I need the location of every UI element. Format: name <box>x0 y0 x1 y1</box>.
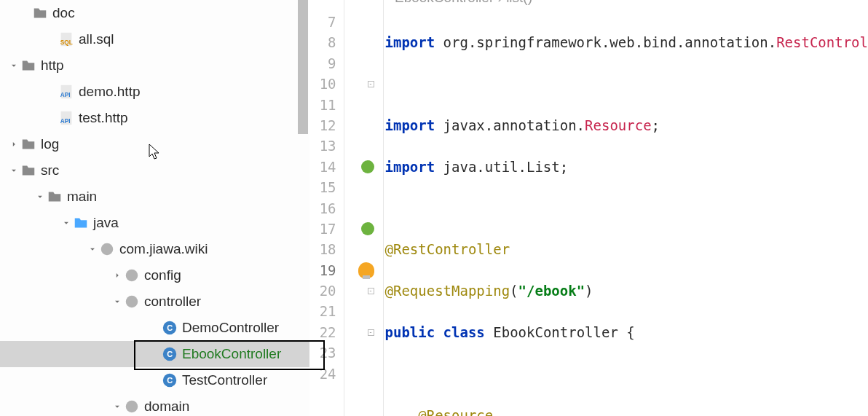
spring-bean-icon[interactable] <box>361 222 374 235</box>
line-number-gutter[interactable]: 7 8 9 10 11 12 13 14 15 16 17 18 19 20 2… <box>309 0 344 416</box>
line-number[interactable]: 9 <box>309 53 344 74</box>
project-tree[interactable]: doc SQL all.sql http API demo.http API t… <box>0 0 309 416</box>
line-number[interactable]: 24 <box>309 364 344 384</box>
svg-point-6 <box>101 243 114 256</box>
fold-icon[interactable]: - <box>368 329 374 336</box>
code-editor[interactable]: EbookController › list() 7 8 9 10 11 12 … <box>309 0 868 416</box>
line-number[interactable]: 23 <box>309 342 344 363</box>
package-icon <box>124 294 140 310</box>
tree-label: test.http <box>79 110 128 126</box>
tree-folder-java[interactable]: java <box>0 210 309 236</box>
package-icon <box>124 267 140 283</box>
line-number[interactable]: 10 <box>309 74 344 94</box>
tree-package-config[interactable]: config <box>0 262 309 289</box>
tree-folder-http[interactable]: http <box>0 52 309 79</box>
gutter-icons: - - - <box>344 0 384 416</box>
svg-text:C: C <box>167 376 173 385</box>
tree-label: controller <box>144 294 201 310</box>
fold-icon[interactable]: - <box>368 288 374 294</box>
line-number[interactable]: 16 <box>309 198 344 219</box>
java-class-icon: C <box>162 372 178 388</box>
chevron-down-icon[interactable] <box>7 59 20 72</box>
api-file-icon: API <box>58 110 74 126</box>
folder-icon <box>32 5 48 21</box>
intention-bulb-icon[interactable] <box>358 262 374 278</box>
svg-text:API: API <box>60 92 71 98</box>
svg-text:C: C <box>167 323 173 332</box>
line-number[interactable]: 19 <box>309 260 344 280</box>
tree-class-demo-controller[interactable]: C DemoController <box>0 315 309 341</box>
code-content[interactable]: import org.springframework.web.bind.anno… <box>384 0 868 416</box>
tree-package-controller[interactable]: controller <box>0 289 309 315</box>
tree-label: java <box>93 215 119 231</box>
tree-file-test-http[interactable]: API test.http <box>0 105 309 131</box>
java-class-icon: C <box>162 320 178 336</box>
tree-class-test-controller[interactable]: C TestController <box>0 367 309 393</box>
svg-point-8 <box>126 296 138 308</box>
chevron-down-icon[interactable] <box>86 243 99 256</box>
tree-folder-main[interactable]: main <box>0 184 309 210</box>
folder-icon <box>20 136 36 152</box>
tree-package-domain[interactable]: domain <box>0 393 309 416</box>
tree-folder-doc[interactable]: doc <box>0 0 309 26</box>
tree-label: com.jiawa.wiki <box>119 241 208 257</box>
chevron-down-icon[interactable] <box>60 216 73 229</box>
tree-label: config <box>144 267 181 283</box>
line-number[interactable]: 20 <box>309 280 344 301</box>
chevron-right-icon[interactable] <box>111 269 124 282</box>
chevron-right-icon[interactable] <box>7 138 20 151</box>
line-number[interactable]: 15 <box>309 177 344 197</box>
line-number[interactable]: 11 <box>309 95 344 115</box>
sql-file-icon: SQL <box>58 31 74 47</box>
folder-icon <box>20 58 36 74</box>
tree-package[interactable]: com.jiawa.wiki <box>0 236 309 262</box>
tree-label: TestController <box>182 372 267 388</box>
tree-label: domain <box>144 399 189 415</box>
spring-bean-icon[interactable] <box>361 160 374 173</box>
tree-file-demo-http[interactable]: API demo.http <box>0 79 309 105</box>
tree-label: doc <box>52 5 75 21</box>
tree-label: DemoController <box>182 320 279 336</box>
api-file-icon: API <box>58 84 74 100</box>
tree-label: http <box>41 58 64 74</box>
tree-label: log <box>41 136 59 152</box>
source-folder-icon <box>73 215 89 231</box>
line-number[interactable]: 17 <box>309 219 344 239</box>
chevron-down-icon[interactable] <box>111 400 124 413</box>
line-number[interactable]: 21 <box>309 301 344 321</box>
line-number[interactable]: 18 <box>309 239 344 259</box>
svg-text:C: C <box>167 350 173 358</box>
chevron-down-icon[interactable] <box>33 190 47 203</box>
tree-folder-log[interactable]: log <box>0 131 309 157</box>
package-icon <box>99 241 115 257</box>
svg-text:API: API <box>60 118 71 125</box>
tree-folder-src[interactable]: src <box>0 157 309 184</box>
svg-point-7 <box>126 270 138 282</box>
fold-icon[interactable]: - <box>368 81 374 87</box>
java-class-icon: C <box>162 346 178 362</box>
line-number[interactable]: 14 <box>309 157 344 177</box>
svg-point-15 <box>126 401 138 413</box>
line-number[interactable]: 8 <box>309 32 344 52</box>
package-icon <box>124 399 140 415</box>
folder-icon <box>47 189 63 205</box>
tree-label: EbookController <box>182 346 281 362</box>
line-number[interactable]: 13 <box>309 136 344 156</box>
tree-class-ebook-controller[interactable]: C EbookController <box>0 341 309 367</box>
tree-label: main <box>67 189 97 205</box>
chevron-down-icon[interactable] <box>7 164 20 177</box>
tree-file-all-sql[interactable]: SQL all.sql <box>0 26 309 52</box>
svg-text:SQL: SQL <box>60 39 73 46</box>
tree-label: all.sql <box>79 31 114 47</box>
tree-label: src <box>41 162 59 178</box>
line-number[interactable]: 12 <box>309 115 344 136</box>
line-number[interactable]: 7 <box>309 12 344 32</box>
line-number[interactable]: 22 <box>309 322 344 342</box>
chevron-down-icon[interactable] <box>111 295 124 308</box>
folder-icon <box>20 162 36 178</box>
tree-label: demo.http <box>79 84 141 100</box>
